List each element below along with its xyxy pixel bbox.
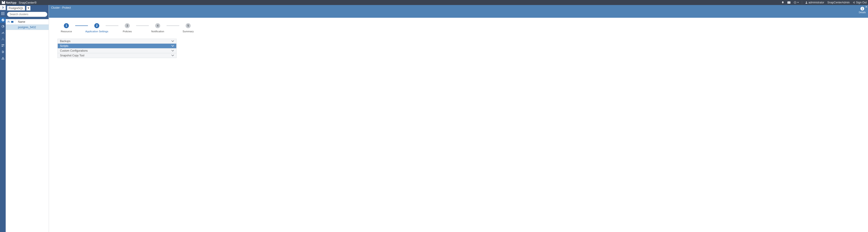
svg-rect-20: [2, 45, 2, 45]
plugin-select-value: PostgreSQL: [9, 7, 23, 10]
list-item-label[interactable]: postgres_5432: [18, 26, 36, 29]
svg-rect-22: [2, 46, 2, 47]
list-item[interactable]: postgres_5432: [6, 25, 49, 30]
user-label: administrator: [808, 1, 824, 4]
search-box[interactable]: [7, 12, 47, 17]
svg-rect-0: [2, 1, 3, 4]
svg-rect-7: [2, 12, 3, 13]
svg-rect-12: [1, 14, 2, 15]
search-input[interactable]: [9, 13, 45, 16]
topbar: NetApp SnapCenter® ? administrator SnapC…: [0, 0, 868, 5]
svg-point-24: [2, 51, 2, 51]
rail-item-reports[interactable]: [0, 30, 6, 35]
wizard: 1 Resource 2 Application Settings 3 Poli…: [58, 23, 859, 33]
svg-point-5: [806, 2, 807, 2]
wizard-step-summary[interactable]: 5 Summary: [179, 23, 197, 33]
nav-rail: [0, 5, 6, 232]
signout-button[interactable]: Sign Out: [853, 1, 867, 4]
sort-icon[interactable]: [6, 19, 15, 24]
mail-icon[interactable]: [787, 1, 790, 4]
brand: NetApp SnapCenter®: [2, 1, 37, 4]
svg-text:?: ?: [795, 2, 796, 3]
wizard-step-num: 3: [125, 23, 130, 28]
svg-rect-1: [4, 1, 5, 4]
accordion-head[interactable]: Custom Configurations: [58, 49, 176, 53]
brand-logo: NetApp: [2, 1, 17, 4]
wizard-step-label: Policies: [123, 30, 132, 33]
svg-rect-6: [1, 12, 2, 13]
svg-point-17: [2, 38, 3, 38]
wizard-step-label: Notification: [151, 30, 164, 33]
wizard-step-num: 2: [94, 23, 99, 28]
rail-item-dashboard[interactable]: [0, 11, 6, 17]
details-label: Details: [859, 11, 866, 13]
brand-logo-text: NetApp: [6, 1, 17, 4]
rail-item-alerts[interactable]: [0, 56, 6, 61]
svg-rect-28: [3, 59, 3, 59]
wizard-connector: [106, 26, 118, 26]
rail-item-hosts[interactable]: [0, 36, 6, 42]
accordion-title: Backups: [60, 39, 70, 43]
svg-rect-32: [862, 8, 863, 10]
svg-rect-13: [2, 14, 3, 15]
accordion-item-snapshot-copy-tool: Snapshot Copy Tool: [58, 53, 176, 58]
chevron-down-icon: [171, 50, 174, 52]
wizard-step-application-settings[interactable]: 2 Application Settings: [88, 23, 106, 33]
user-menu[interactable]: administrator: [805, 1, 824, 4]
rail-item-storage[interactable]: [0, 43, 6, 48]
svg-rect-9: [1, 13, 2, 14]
main: ✕ Cluster - Protect Details 1 Resource 2…: [49, 5, 868, 232]
accordion-item-scripts: Scripts: [58, 44, 176, 49]
accordion-head[interactable]: Snapshot Copy Tool: [58, 53, 176, 58]
accordion-item-backups: Backups: [58, 39, 176, 44]
svg-point-25: [3, 52, 4, 52]
wizard-step-label: Application Settings: [86, 30, 108, 33]
role-text: SnapCenterAdmin: [827, 1, 849, 4]
side-panel-top: PostgreSQL: [6, 5, 49, 19]
svg-rect-23: [3, 46, 4, 47]
chevron-down-icon: [171, 40, 174, 42]
brand-product: SnapCenter®: [19, 1, 37, 4]
plugin-select[interactable]: PostgreSQL: [7, 6, 25, 10]
svg-rect-2: [3, 2, 4, 4]
content: 1 Resource 2 Application Settings 3 Poli…: [49, 18, 868, 232]
brand-logo-mark: [2, 1, 5, 4]
settings-accordion: Backups Scripts Custom Configurations: [58, 39, 177, 58]
wizard-connector: [136, 26, 149, 26]
role-label[interactable]: SnapCenterAdmin: [827, 1, 849, 4]
accordion-head[interactable]: Backups: [58, 39, 176, 44]
accordion-title: Scripts: [60, 45, 68, 48]
wizard-step-num: 1: [64, 23, 69, 28]
wizard-connector: [166, 26, 179, 26]
list-header: Name: [6, 19, 49, 25]
svg-point-26: [2, 52, 3, 53]
plugin-select-caret[interactable]: [26, 6, 30, 10]
close-icon[interactable]: ✕: [865, 5, 868, 9]
shell: PostgreSQL Name postgres_5432 ✕ Clus: [0, 5, 868, 232]
wizard-step-policies[interactable]: 3 Policies: [118, 23, 136, 33]
svg-rect-29: [11, 21, 13, 23]
svg-rect-11: [4, 13, 4, 14]
chevron-down-icon: [171, 45, 174, 47]
svg-rect-21: [3, 45, 4, 45]
accordion-title: Snapshot Copy Tool: [60, 54, 84, 57]
svg-rect-27: [3, 58, 3, 59]
notifications-icon[interactable]: [781, 1, 784, 4]
svg-rect-8: [4, 12, 4, 13]
accordion-head[interactable]: Scripts: [58, 44, 176, 48]
rail-item-resources[interactable]: [0, 17, 6, 23]
help-menu[interactable]: ?: [794, 1, 799, 4]
context-bar: ✕ Cluster - Protect Details: [49, 5, 868, 18]
wizard-step-num: 4: [155, 23, 160, 28]
wizard-step-notification[interactable]: 4 Notification: [149, 23, 166, 33]
svg-point-31: [862, 7, 863, 8]
column-name[interactable]: Name: [15, 20, 25, 23]
signout-label: Sign Out: [856, 1, 867, 4]
wizard-step-resource[interactable]: 1 Resource: [58, 23, 75, 33]
wizard-step-num: 5: [186, 23, 191, 28]
rail-item-settings[interactable]: [0, 49, 6, 55]
rail-expand-button[interactable]: [0, 5, 6, 10]
chevron-down-icon: [171, 55, 174, 56]
accordion-item-custom-configurations: Custom Configurations: [58, 49, 176, 53]
rail-item-monitor[interactable]: [0, 24, 6, 29]
